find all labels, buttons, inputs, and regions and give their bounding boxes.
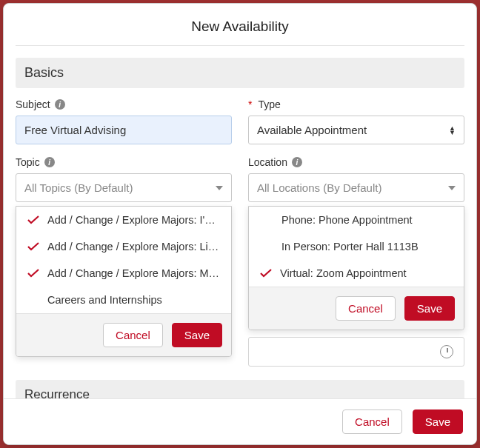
- modal-body: Basics Subject i Free Virtual Advising *…: [4, 46, 476, 401]
- info-icon[interactable]: i: [44, 157, 55, 167]
- location-option[interactable]: Virtual: Zoom Appointment: [249, 260, 464, 287]
- info-icon[interactable]: i: [55, 99, 65, 110]
- modal-title: New Availability: [4, 4, 476, 45]
- subject-input[interactable]: Free Virtual Advising: [16, 116, 232, 144]
- topic-option[interactable]: Add / Change / Explore Majors: I'm Read.…: [16, 207, 231, 233]
- save-button[interactable]: Save: [404, 296, 455, 321]
- save-button[interactable]: Save: [413, 409, 463, 434]
- cancel-button[interactable]: Cancel: [103, 323, 163, 347]
- location-option[interactable]: Phone: Phone Appointment: [249, 207, 464, 233]
- topic-option[interactable]: Add / Change / Explore Majors: Limited .…: [16, 233, 231, 260]
- subject-label: Subject i: [16, 98, 232, 110]
- topic-label: Topic i: [16, 156, 232, 168]
- topic-option[interactable]: Add / Change / Explore Majors: Major Ex.…: [16, 260, 231, 287]
- check-icon: [259, 268, 273, 278]
- check-icon: [27, 215, 40, 225]
- clock-icon: [440, 345, 453, 358]
- chevron-up-down-icon: ▲▼: [449, 126, 456, 135]
- type-label: * Type: [248, 98, 464, 110]
- basics-section-header: Basics: [16, 58, 464, 88]
- topic-dropdown-panel: Add / Change / Explore Majors: I'm Read.…: [16, 206, 232, 357]
- topic-option[interactable]: Careers and Internships: [16, 287, 231, 313]
- location-option[interactable]: In Person: Porter Hall 1113B: [249, 233, 464, 260]
- topic-dropdown[interactable]: All Topics (By Default): [16, 173, 232, 202]
- location-dropdown[interactable]: All Locations (By Default): [248, 173, 464, 202]
- location-label: Location i: [248, 156, 464, 168]
- check-icon: [27, 241, 40, 252]
- type-select[interactable]: Available Appointment ▲▼: [248, 116, 464, 144]
- chevron-down-icon: [448, 186, 456, 190]
- modal-footer: Cancel Save: [4, 398, 476, 444]
- cancel-button[interactable]: Cancel: [342, 409, 402, 434]
- chevron-down-icon: [216, 186, 223, 190]
- location-panel-footer: Cancel Save: [249, 287, 464, 330]
- new-availability-modal: New Availability Basics Subject i Free V…: [3, 3, 477, 445]
- duration-card[interactable]: [248, 337, 464, 367]
- cancel-button[interactable]: Cancel: [336, 296, 396, 321]
- location-dropdown-panel: Phone: Phone Appointment In Person: Port…: [248, 206, 464, 330]
- info-icon[interactable]: i: [292, 157, 302, 167]
- topic-panel-footer: Cancel Save: [16, 313, 231, 356]
- check-icon: [27, 268, 40, 278]
- save-button[interactable]: Save: [172, 323, 222, 347]
